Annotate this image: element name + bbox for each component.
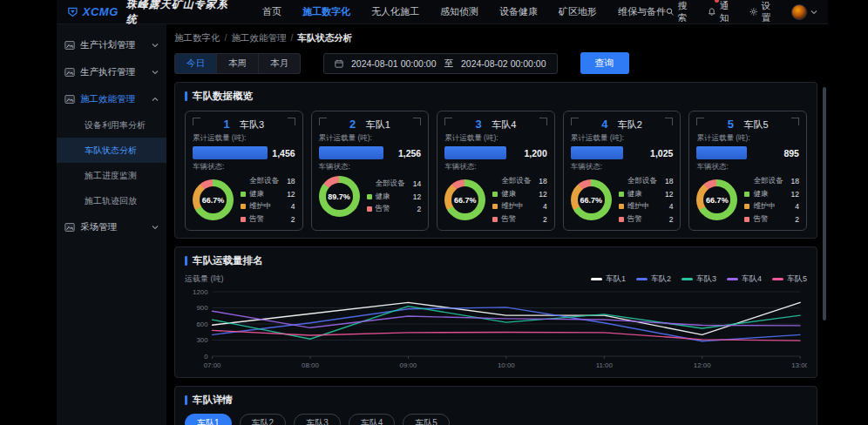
legend-label: 全部设备 bbox=[753, 176, 783, 186]
breadcrumb-current: 车队状态分析 bbox=[297, 32, 352, 43]
legend-label: 告警 bbox=[249, 214, 264, 225]
fleet-tab[interactable]: 车队5 bbox=[403, 414, 450, 425]
chart-legend-item[interactable]: 车队5 bbox=[772, 273, 807, 285]
status-donut-chart: 89.7% bbox=[319, 176, 360, 217]
legend-value: 12 bbox=[791, 190, 799, 199]
user-menu[interactable] bbox=[791, 4, 817, 20]
quick-range-week[interactable]: 本周 bbox=[216, 54, 258, 73]
fleet-name: 车队4 bbox=[492, 119, 516, 130]
sidebar-item-label: 采场管理 bbox=[80, 221, 117, 233]
breadcrumb-item[interactable]: 施工效能管理 bbox=[231, 32, 286, 43]
load-label: 累计运载量 (吨): bbox=[444, 133, 547, 144]
svg-text:09:00: 09:00 bbox=[400, 361, 417, 368]
nav-item[interactable]: 首页 bbox=[262, 5, 281, 18]
menu-image-icon bbox=[64, 40, 75, 51]
nav-item[interactable]: 设备健康 bbox=[499, 5, 538, 18]
sidebar-subitem[interactable]: 车队状态分析 bbox=[57, 138, 166, 163]
load-value: 895 bbox=[783, 148, 799, 159]
legend-value: 12 bbox=[665, 190, 673, 199]
fleet-card: 2 车队1 累计运载量 (吨): 1,256 车辆状态: 89.7% 全部设备 … bbox=[311, 111, 430, 231]
sidebar-item-label: 生产执行管理 bbox=[80, 66, 135, 78]
quick-range-month[interactable]: 本月 bbox=[258, 54, 300, 73]
search-icon bbox=[666, 7, 675, 17]
svg-text:07:00: 07:00 bbox=[204, 361, 221, 368]
sidebar-item[interactable]: 生产执行管理 bbox=[57, 58, 166, 85]
sidebar-subitem[interactable]: 施工进度监测 bbox=[57, 163, 166, 188]
logo-text: XCMG bbox=[83, 5, 119, 18]
chart-legend: 车队1 车队2 车队3 车队4 车队5 bbox=[591, 273, 807, 285]
fleet-card-header: 1 车队3 bbox=[193, 116, 295, 131]
legend-label: 维护中 bbox=[249, 201, 272, 212]
nav-item[interactable]: 维保与备件 bbox=[618, 5, 666, 18]
calendar-icon bbox=[335, 59, 343, 68]
legend-swatch bbox=[241, 192, 246, 197]
legend-swatch bbox=[241, 217, 246, 222]
search-button[interactable]: 搜索 bbox=[666, 0, 694, 24]
breadcrumb-item[interactable]: 施工数字化 bbox=[174, 32, 220, 43]
legend-row: 全部设备 18 bbox=[619, 176, 674, 186]
sidebar-item[interactable]: 施工效能管理 bbox=[57, 85, 166, 112]
legend-value: 4 bbox=[795, 202, 799, 211]
load-bar-row: 1,256 bbox=[319, 146, 422, 159]
load-bar bbox=[696, 146, 747, 159]
legend-value: 18 bbox=[539, 177, 546, 186]
nav-item[interactable]: 施工数字化 bbox=[302, 5, 350, 18]
chart-legend-item[interactable]: 车队4 bbox=[727, 273, 762, 285]
fleet-tab[interactable]: 车队1 bbox=[185, 414, 232, 425]
legend-value: 12 bbox=[287, 190, 295, 199]
load-value: 1,456 bbox=[272, 148, 295, 159]
notifications-button[interactable]: 通知 bbox=[708, 0, 736, 24]
legend-value: 18 bbox=[287, 177, 295, 186]
legend-row: 告警 2 bbox=[619, 214, 674, 225]
status-legend: 全部设备 18 健康 12 维护中 4 告警 2 bbox=[619, 176, 674, 225]
sidebar-item[interactable]: 生产计划管理 bbox=[57, 31, 166, 58]
ranking-line-chart: 0300600900120007:0008:0009:0010:0011:001… bbox=[185, 287, 807, 370]
query-button[interactable]: 查询 bbox=[580, 52, 629, 74]
status-donut-chart: 66.7% bbox=[444, 179, 485, 220]
fleet-name: 车队2 bbox=[618, 119, 642, 130]
app-title: 珠峰露天矿山专家系统 bbox=[126, 0, 229, 27]
legend-row: 健康 12 bbox=[241, 189, 295, 199]
series-label: 车队1 bbox=[606, 273, 626, 285]
status-label: 车辆状态: bbox=[696, 162, 799, 172]
legend-label: 告警 bbox=[501, 214, 516, 225]
legend-value: 4 bbox=[669, 202, 674, 211]
nav-item[interactable]: 感知侦测 bbox=[440, 5, 478, 18]
sidebar-subitem-label: 设备利用率分析 bbox=[85, 119, 146, 132]
fleet-name: 车队3 bbox=[240, 119, 264, 130]
sidebar: 生产计划管理 生产执行管理 施工效能管理 设备利用率分析 车队状态分析 施工进度… bbox=[57, 24, 166, 425]
fleet-rank: 2 bbox=[349, 118, 356, 131]
legend-value: 2 bbox=[291, 215, 295, 224]
series-swatch bbox=[682, 278, 693, 280]
vertical-scrollbar[interactable] bbox=[823, 87, 826, 320]
status-donut-chart: 66.7% bbox=[571, 179, 612, 220]
chart-legend-item[interactable]: 车队3 bbox=[682, 273, 716, 285]
load-label: 累计运载量 (吨): bbox=[193, 133, 295, 144]
settings-button[interactable]: 设置 bbox=[749, 0, 777, 24]
legend-value: 2 bbox=[543, 215, 547, 224]
notification-badge bbox=[715, 0, 719, 3]
legend-row: 告警 2 bbox=[241, 214, 295, 225]
legend-swatch bbox=[744, 204, 749, 209]
legend-swatch bbox=[619, 192, 624, 197]
quick-range-today[interactable]: 今日 bbox=[175, 54, 216, 73]
chevron-icon bbox=[152, 42, 159, 49]
fleet-name: 车队5 bbox=[743, 119, 768, 130]
legend-value: 4 bbox=[291, 202, 295, 211]
fleet-tab[interactable]: 车队3 bbox=[294, 414, 341, 425]
date-range-picker[interactable]: 2024-08-01 00:00:00 至 2024-08-02 00:00:0… bbox=[323, 53, 558, 74]
sidebar-subitem[interactable]: 施工轨迹回放 bbox=[57, 188, 166, 213]
fleet-cards: 1 车队3 累计运载量 (吨): 1,456 车辆状态: 66.7% 全部设备 … bbox=[185, 111, 807, 231]
sidebar-item[interactable]: 采场管理 bbox=[57, 213, 166, 240]
chart-legend-item[interactable]: 车队1 bbox=[591, 273, 626, 285]
fleet-tab[interactable]: 车队4 bbox=[349, 414, 396, 425]
chart-legend-item[interactable]: 车队2 bbox=[636, 273, 671, 285]
nav-item[interactable]: 矿区地形 bbox=[559, 5, 597, 18]
sidebar-subitem[interactable]: 设备利用率分析 bbox=[57, 112, 166, 138]
status-legend: 全部设备 18 健康 12 维护中 4 告警 2 bbox=[744, 176, 799, 225]
main-content: 施工数字化/施工效能管理/车队状态分析 今日 本周 本月 2024-08-01 … bbox=[166, 24, 828, 425]
fleet-tab[interactable]: 车队2 bbox=[240, 414, 287, 425]
status-donut-chart: 66.7% bbox=[696, 179, 737, 220]
legend-value: 2 bbox=[669, 215, 674, 224]
nav-item[interactable]: 无人化施工 bbox=[371, 5, 419, 18]
